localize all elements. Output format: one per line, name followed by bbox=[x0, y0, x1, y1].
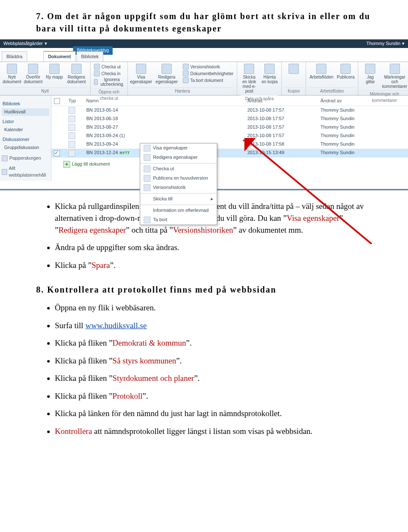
ribbon-check-in[interactable]: Checka in bbox=[94, 70, 120, 76]
ribbon-publish[interactable]: Publicera bbox=[337, 64, 355, 79]
ctx-publish-major[interactable]: Publicera en huvudversion bbox=[140, 174, 217, 183]
ribbon-new-folder[interactable]: Ny mapp bbox=[46, 64, 63, 79]
checkout-icon bbox=[144, 166, 150, 172]
bullet: Klicka på ”Spara”. bbox=[55, 259, 372, 271]
edit-prop-icon bbox=[144, 154, 150, 161]
row-checkbox[interactable] bbox=[54, 150, 60, 156]
bullet: Ändra på de uppgifter som ska ändras. bbox=[55, 242, 372, 253]
hudiksvall-link[interactable]: www.hudiksvall.se bbox=[85, 321, 147, 330]
col-modified-by[interactable]: Ändrad av bbox=[318, 96, 408, 106]
tab-documents[interactable]: Dokument bbox=[43, 51, 76, 62]
bullet: Klicka på fliken ”Protokoll”. bbox=[55, 390, 372, 402]
permissions-icon bbox=[183, 70, 189, 76]
side-recycle-bin[interactable]: Papperskorgen bbox=[2, 155, 49, 162]
ribbon-permissions[interactable]: Dokumentbehörigheter bbox=[183, 70, 234, 76]
table-row[interactable]: BN 2013-09-242013-10-08 17:58Thommy Sund… bbox=[51, 140, 408, 149]
document-icon bbox=[68, 141, 75, 148]
row-context-menu: Visa egenskaper Redigera egenskaper Chec… bbox=[140, 143, 217, 225]
ribbon-copies[interactable] bbox=[285, 64, 302, 74]
view-prop-icon bbox=[144, 145, 150, 152]
ribbon: Nytt dokument Överför dokument Ny mapp R… bbox=[0, 62, 408, 96]
bullet: Klicka på fliken ”Styrdokument och plane… bbox=[55, 372, 372, 384]
ribbon-like[interactable]: Jag gillar bbox=[362, 64, 379, 84]
col-name[interactable]: Namn bbox=[84, 96, 245, 106]
all-content-icon bbox=[2, 169, 7, 175]
table-row[interactable]: BN 2013-06-182013-10-08 17:57Thommy Sund… bbox=[51, 115, 408, 123]
ctx-delete[interactable]: Ta bort bbox=[140, 215, 217, 225]
add-document-link[interactable]: + Lägg till dokument bbox=[63, 161, 408, 168]
copies-icon bbox=[289, 64, 299, 74]
version-icon bbox=[183, 64, 189, 70]
edit-prop-icon bbox=[162, 64, 172, 74]
col-type[interactable]: Typ bbox=[66, 96, 84, 106]
sp-top-bar: Webbplatsåtgärder ▾ Thommy Sundin ▾ bbox=[0, 39, 408, 48]
publish-icon bbox=[340, 64, 351, 74]
ribbon-group-new-label: Nytt bbox=[3, 87, 87, 95]
ribbon-group-copies-label: Kopior bbox=[285, 87, 302, 95]
col-modified[interactable]: Ändrad bbox=[245, 96, 318, 106]
ribbon-edit-properties[interactable]: Redigera egenskaper bbox=[154, 64, 179, 84]
ribbon-group-workflows-label: Arbetsflöden bbox=[309, 87, 354, 95]
table-row[interactable]: BN 2013-09-24 (1)2013-10-08 17:57Thommy … bbox=[51, 132, 408, 140]
side-library-hudiksvall[interactable]: Hudiksvall bbox=[2, 108, 49, 116]
tab-browse[interactable]: Bläddra bbox=[2, 51, 27, 62]
tags-icon bbox=[390, 64, 400, 74]
ribbon-version-history[interactable]: Versionshistorik bbox=[183, 64, 234, 70]
row-dropdown-arrow-icon[interactable] bbox=[241, 137, 246, 143]
workflow-icon bbox=[316, 64, 326, 74]
recycle-icon bbox=[2, 155, 8, 161]
folder-icon bbox=[49, 64, 60, 74]
ctx-compliance[interactable]: Information om efterlevnad bbox=[140, 206, 217, 215]
ribbon-new-document[interactable]: Nytt dokument bbox=[3, 64, 20, 84]
document-icon bbox=[68, 115, 75, 122]
side-lists-header: Listor bbox=[3, 118, 48, 125]
ctx-edit-properties[interactable]: Redigera egenskaper bbox=[140, 153, 217, 162]
ctx-check-out[interactable]: Checka ut bbox=[140, 164, 217, 174]
ribbon-view-properties[interactable]: Visa egenskaper bbox=[131, 64, 151, 84]
table-row[interactable]: BN 2013-08-272013-10-08 17:57Thommy Sund… bbox=[51, 123, 408, 132]
discard-icon bbox=[94, 79, 98, 85]
ctx-view-properties[interactable]: Visa egenskaper bbox=[140, 144, 217, 153]
publish-icon bbox=[144, 175, 150, 182]
ribbon-edit-document[interactable]: Redigera dokument bbox=[66, 64, 87, 84]
side-all-content[interactable]: Allt webbplatsinnehåll bbox=[2, 165, 49, 179]
site-actions-chevron-icon[interactable]: ▾ bbox=[45, 40, 47, 47]
table-row-selected[interactable]: BN 2013-12-24NYTT 2013-10-15 13:49 Thomm… bbox=[51, 149, 408, 157]
table-row[interactable]: BN 2013-05-142013-10-08 17:57Thommy Sund… bbox=[51, 106, 408, 115]
ctx-send-to[interactable]: Skicka till▸ bbox=[140, 194, 217, 204]
ribbon-download-copy[interactable]: Hämta en kopia bbox=[261, 64, 278, 84]
sharepoint-screenshot: Webbplatsåtgärder ▾ Thommy Sundin ▾ Bibl… bbox=[0, 39, 408, 181]
document-icon bbox=[68, 107, 75, 114]
download-icon bbox=[264, 64, 275, 74]
tab-library[interactable]: Bibliotek bbox=[76, 51, 104, 62]
ribbon-check-out[interactable]: Checka ut bbox=[94, 64, 121, 70]
side-list-calendar[interactable]: Kalender bbox=[2, 126, 49, 134]
section7-title: 7. Om det är någon uppgift som du har gl… bbox=[36, 10, 372, 35]
ribbon-tags-notes[interactable]: Märkningar och kommentarer bbox=[382, 64, 407, 89]
bullet: Klicka på fliken ”Så styrs kommunen”. bbox=[55, 355, 372, 367]
site-actions[interactable]: Webbplatsåtgärder bbox=[3, 40, 43, 47]
bullet: Klicka på fliken ”Demokrati & kommun”. bbox=[55, 337, 372, 349]
new-document-icon bbox=[7, 64, 17, 74]
select-all-checkbox[interactable] bbox=[54, 98, 60, 104]
side-discussions-header: Diskussioner bbox=[3, 136, 48, 143]
ribbon-email-link[interactable]: Skicka en länk med e-post bbox=[241, 64, 258, 93]
document-list: Typ Namn Ändrad Ändrad av BN 2013-05-142… bbox=[51, 96, 408, 158]
ribbon-group-manage-label: Hantera bbox=[131, 87, 233, 95]
ctx-version-history[interactable]: Versionshistorik bbox=[140, 183, 217, 192]
upload-icon bbox=[28, 64, 38, 74]
ribbon-upload-document[interactable]: Överför dokument bbox=[24, 64, 42, 84]
plus-icon: + bbox=[63, 161, 70, 168]
delete-icon bbox=[183, 77, 189, 83]
ribbon-discard-checkout[interactable]: Ignorera utcheckning bbox=[94, 77, 124, 87]
edit-doc-icon bbox=[71, 64, 82, 74]
side-discussion-group[interactable]: Gruppdiskussion bbox=[2, 144, 49, 152]
bullet: Surfa till www.hudiksvall.se bbox=[55, 320, 372, 332]
side-libraries-header: Bibliotek bbox=[3, 101, 48, 107]
user-chevron-icon[interactable]: ▾ bbox=[402, 40, 405, 47]
document-icon bbox=[68, 150, 75, 157]
current-user[interactable]: Thommy Sundin bbox=[366, 40, 400, 47]
delete-icon bbox=[144, 217, 150, 223]
ribbon-delete-document[interactable]: Ta bort dokument bbox=[183, 77, 234, 83]
ribbon-workflows[interactable]: Arbetsflöden bbox=[309, 64, 333, 79]
